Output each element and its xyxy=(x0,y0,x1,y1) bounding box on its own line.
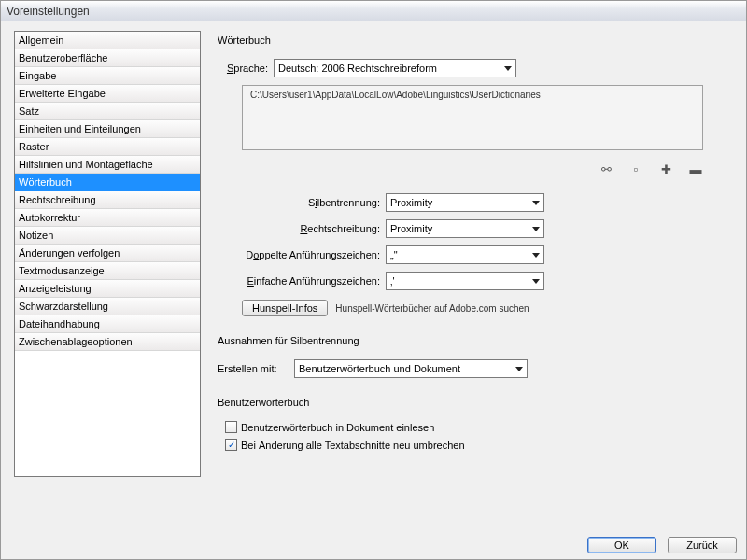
double-quotes-label: Doppelte Anführungszeichen: xyxy=(218,249,386,260)
single-quotes-label: Einfache Anführungszeichen: xyxy=(218,275,386,287)
hyphenation-value: Proximity xyxy=(390,197,432,208)
compose-label: Erstellen mit: xyxy=(218,363,294,374)
sidebar-item[interactable]: Einheiten und Einteilungen xyxy=(15,120,200,138)
hyphenation-select[interactable]: Proximity xyxy=(386,193,544,212)
compose-value: Benutzerwörterbuch und Dokument xyxy=(299,363,460,374)
sidebar-item[interactable]: Autokorrektur xyxy=(15,209,200,227)
chevron-down-icon xyxy=(532,227,540,231)
spelling-select[interactable]: Proximity xyxy=(386,219,544,238)
add-icon[interactable]: ✚ xyxy=(658,161,673,176)
language-label: Sprache: xyxy=(218,63,274,74)
sidebar-item[interactable]: Änderungen verfolgen xyxy=(15,245,200,262)
single-quotes-select[interactable]: ‚' xyxy=(386,272,544,290)
dictionary-path-box[interactable]: C:\Users\user1\AppData\LocalLow\Adobe\Li… xyxy=(242,85,703,150)
recompose-on-change-label: Bei Änderung alle Textabschnitte neu umb… xyxy=(241,440,465,451)
sidebar-item[interactable]: Allgemein xyxy=(15,32,200,49)
remove-icon[interactable]: ▬ xyxy=(688,161,703,176)
double-quotes-value: „" xyxy=(390,249,398,260)
spelling-label: Rechtschreibung: xyxy=(218,223,386,234)
sidebar-item[interactable]: Hilfslinien und Montagefläche xyxy=(15,156,200,174)
spelling-value: Proximity xyxy=(390,223,432,234)
sidebar-item[interactable]: Textmodusanzeige xyxy=(15,262,200,280)
sidebar-item[interactable]: Anzeigeleistung xyxy=(15,280,200,298)
dialog-footer: OK Zurück xyxy=(587,537,737,553)
compose-select[interactable]: Benutzerwörterbuch und Dokument xyxy=(294,359,528,378)
hunspell-info-button[interactable]: Hunspell-Infos xyxy=(242,300,328,316)
language-value: Deutsch: 2006 Rechtschreibreform xyxy=(278,63,437,74)
chevron-down-icon xyxy=(504,66,512,71)
ok-button[interactable]: OK xyxy=(587,537,656,553)
titlebar: Voreinstellungen xyxy=(1,1,746,21)
dialog-content: AllgemeinBenutzeroberflächeEingabeErweit… xyxy=(14,31,735,516)
double-quotes-select[interactable]: „" xyxy=(386,245,544,264)
new-dictionary-icon[interactable]: ▫ xyxy=(628,161,643,176)
chevron-down-icon xyxy=(515,367,523,371)
sidebar-item[interactable]: Notizen xyxy=(15,227,200,245)
hyphenation-label: Silbentrennung: xyxy=(218,197,386,208)
recompose-on-change-checkbox[interactable]: ✓ xyxy=(225,439,237,451)
section-title-hyph-exceptions: Ausnahmen für Silbentrennung xyxy=(218,335,735,346)
merge-into-doc-checkbox[interactable] xyxy=(225,421,237,433)
single-quotes-value: ‚' xyxy=(390,275,395,287)
sidebar-item[interactable]: Dateihandhabung xyxy=(15,315,200,333)
sidebar-item[interactable]: Erweiterte Eingabe xyxy=(15,85,200,103)
preferences-dialog: Voreinstellungen AllgemeinBenutzeroberfl… xyxy=(0,0,747,560)
chevron-down-icon xyxy=(532,201,540,205)
hunspell-note: Hunspell-Wörterbücher auf Adobe.com such… xyxy=(335,303,529,314)
sidebar-item[interactable]: Wörterbuch xyxy=(15,174,200,191)
merge-into-doc-label: Benutzerwörterbuch in Dokument einlesen xyxy=(241,422,434,433)
sidebar-item[interactable]: Satz xyxy=(15,103,200,120)
category-sidebar[interactable]: AllgemeinBenutzeroberflächeEingabeErweit… xyxy=(14,31,201,477)
sidebar-item[interactable]: Benutzeroberfläche xyxy=(15,49,200,67)
sidebar-item[interactable]: Raster xyxy=(15,138,200,156)
chevron-down-icon xyxy=(532,279,540,284)
section-title-user-dict: Benutzerwörterbuch xyxy=(218,397,735,408)
sidebar-item[interactable]: Rechtschreibung xyxy=(15,191,200,209)
dictionary-icon-bar: ⚯ ▫ ✚ ▬ xyxy=(242,158,703,180)
back-button[interactable]: Zurück xyxy=(668,537,737,553)
language-select[interactable]: Deutsch: 2006 Rechtschreibreform xyxy=(274,59,516,77)
section-title-dictionary: Wörterbuch xyxy=(218,35,735,46)
dictionary-path-text: C:\Users\user1\AppData\LocalLow\Adobe\Li… xyxy=(250,90,541,100)
sidebar-item[interactable]: Zwischenablageoptionen xyxy=(15,333,200,351)
sidebar-item[interactable]: Eingabe xyxy=(15,67,200,85)
sidebar-item[interactable]: Schwarzdarstellung xyxy=(15,298,200,315)
window-title: Voreinstellungen xyxy=(7,5,90,18)
main-panel: Wörterbuch Sprache: Deutsch: 2006 Rechts… xyxy=(218,31,735,516)
chevron-down-icon xyxy=(532,253,540,258)
relink-icon[interactable]: ⚯ xyxy=(599,161,613,176)
